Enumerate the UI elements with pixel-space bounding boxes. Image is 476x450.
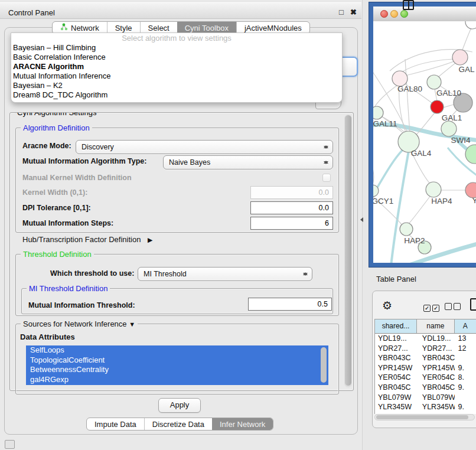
list-scrollbar-thumb[interactable] [321,347,327,383]
table-row[interactable]: YBL079WYBL079W [375,393,476,403]
network-view-window: GAL GAL80 GAL10 GAL1 GAL11 SWI4 GAL4 GCY… [369,2,476,267]
unchecked-boxes-icon[interactable] [445,302,462,312]
node-hap2[interactable] [400,223,413,236]
manual-kernel-width-checkbox[interactable] [322,174,331,182]
algorithm-option[interactable]: Bayesian – K2 [11,81,342,90]
node-label: HAP2 [404,236,425,245]
node-gal10[interactable] [427,75,441,89]
minimize-traffic-light-icon[interactable] [390,10,398,18]
cell: YBL079W [417,393,455,403]
control-panel-titlebar: Control Panel □ ✖ [0,2,361,19]
sources-title: Sources for Network Inference [23,319,127,328]
checkbox-empty-icon [445,303,452,310]
tab-discretize-data[interactable]: Discretize Data [144,418,212,430]
control-panel: Control Panel □ ✖ Network Style Select C… [0,0,363,450]
node-gal11[interactable] [373,106,383,119]
tab-infer-network[interactable]: Infer Network [212,418,273,430]
table-header-row: shared... name A [375,319,476,334]
combobox-value: Discovery [81,143,114,151]
table-panel-title: Table Panel [376,275,416,283]
split-columns-icon[interactable] [403,0,414,10]
table-horizontal-scrollbar[interactable] [374,414,475,420]
node-label: SWI4 [451,136,470,145]
float-window-icon[interactable]: □ [339,8,344,16]
tab-jactivemnodules[interactable]: jActiveMNodules [236,22,309,34]
cyni-bottom-tabbar: Impute Data Discretize Data Infer Networ… [86,418,273,431]
attribute-item-selected[interactable]: SelfLoops [26,345,328,356]
tab-label: Network [71,24,99,32]
new-table-icon[interactable] [470,298,476,311]
group-title-row[interactable]: Sources for Network Inference ▼ [21,319,138,329]
node[interactable] [465,21,476,29]
close-traffic-light-icon[interactable] [380,10,388,18]
checkbox-checked-icon: ✓ [423,305,431,312]
algorithm-option[interactable]: Bayesian – Hill Climbing [11,43,342,53]
table-row[interactable]: YDR27...YDR27...12 [375,344,476,354]
apply-button[interactable]: Apply [158,398,201,413]
node-label: Y [472,196,476,205]
attribute-item-selected[interactable]: BetweennessCentrality [26,365,328,375]
cell: YBR045C [417,383,455,393]
zoom-traffic-light-icon[interactable] [400,10,408,18]
scrollbar-thumb[interactable] [376,415,468,419]
node-red-gal1[interactable] [431,100,444,113]
kernel-width-field[interactable]: 0.0 [250,186,333,199]
dpi-tolerance-field[interactable]: 0.0 [250,201,333,214]
tab-cyni-toolbox[interactable]: Cyni Toolbox [177,22,236,34]
cell [455,393,476,403]
mi-threshold-field[interactable]: 0.5 [248,298,332,311]
algorithm-option[interactable]: Dream8 DC_TDC Algorithm [11,90,342,100]
algorithm-option[interactable]: Mutual Information Inference [11,71,342,81]
combobox-arrows-icon [323,158,328,167]
column-header[interactable]: A [455,319,476,333]
aracne-mode-combobox[interactable]: Discovery [76,140,333,154]
table-row[interactable]: YER054CYER054C8. [375,373,476,383]
cell: YER054C [417,373,455,383]
attribute-item-selected[interactable]: TopologicalCoefficient [26,356,328,366]
checked-boxes-icon[interactable]: ✓✓ [423,302,441,312]
combobox-value: MI Threshold [144,270,187,278]
group-title: Cyni Algorithm Settings [15,112,99,117]
settings-scrollbar[interactable] [344,115,352,387]
tab-impute-data[interactable]: Impute Data [87,418,144,430]
cell: 13 [455,334,476,344]
network-tab-icon [60,23,68,32]
node-swi4[interactable] [441,121,457,136]
network-window-titlebar[interactable] [373,6,476,22]
gear-icon[interactable]: ⚙ [382,300,392,311]
close-icon[interactable]: ✖ [350,8,357,16]
dpi-tolerance-label: DPI Tolerance [0,1]: [22,204,91,212]
table-row[interactable]: YLR345WYLR345W9. [375,402,476,412]
tab-select[interactable]: Select [140,22,177,34]
algorithm-option[interactable]: Basic Correlation Inference [11,53,342,62]
mi-algorithm-type-combobox[interactable]: Naive Bayes [163,155,333,169]
column-header-name[interactable]: name [417,319,455,333]
node-label: GAL10 [436,89,461,97]
hub-definition-label: Hub/Transcription Factor Definition [22,235,141,244]
node-label: GAL4 [411,149,432,158]
checkbox-empty-icon [454,303,461,310]
algorithm-option-selected[interactable]: ARACNE Algorithm [11,62,342,71]
cell: 9. [455,383,476,393]
panel-resize-arrow-icon[interactable] [358,217,363,222]
tab-network[interactable]: Network [53,22,107,34]
table-row[interactable]: YBR043CYBR043C [375,353,476,363]
column-header-shared-name[interactable]: shared... [375,319,417,333]
attribute-item-selected[interactable]: gal4RGexp [26,375,328,385]
mi-steps-field[interactable]: 6 [250,217,333,230]
panel-grip-icon[interactable] [5,440,15,449]
node-hap4[interactable] [426,182,441,197]
cell: YDL19... [417,334,455,344]
table-row[interactable]: YDL19...YDL19...13 [375,334,476,344]
table-row[interactable]: YPR145WYPR145W9. [375,363,476,373]
hub-definition-expander[interactable]: Hub/Transcription Factor Definition ▶ [22,235,152,244]
which-threshold-combobox[interactable]: MI Threshold [138,267,312,281]
scrollbar-thumb[interactable] [345,115,351,386]
table-row[interactable]: YBR045CYBR045C9. [375,383,476,393]
node-gal7[interactable] [452,50,468,65]
tab-label: Style [115,24,132,32]
table-body: YDL19...YDL19...13 YDR27...YDR27...12 YB… [375,334,476,414]
cell: YBR043C [375,353,417,363]
network-canvas[interactable]: GAL GAL80 GAL10 GAL1 GAL11 SWI4 GAL4 GCY… [373,21,476,263]
tab-style[interactable]: Style [107,22,140,34]
